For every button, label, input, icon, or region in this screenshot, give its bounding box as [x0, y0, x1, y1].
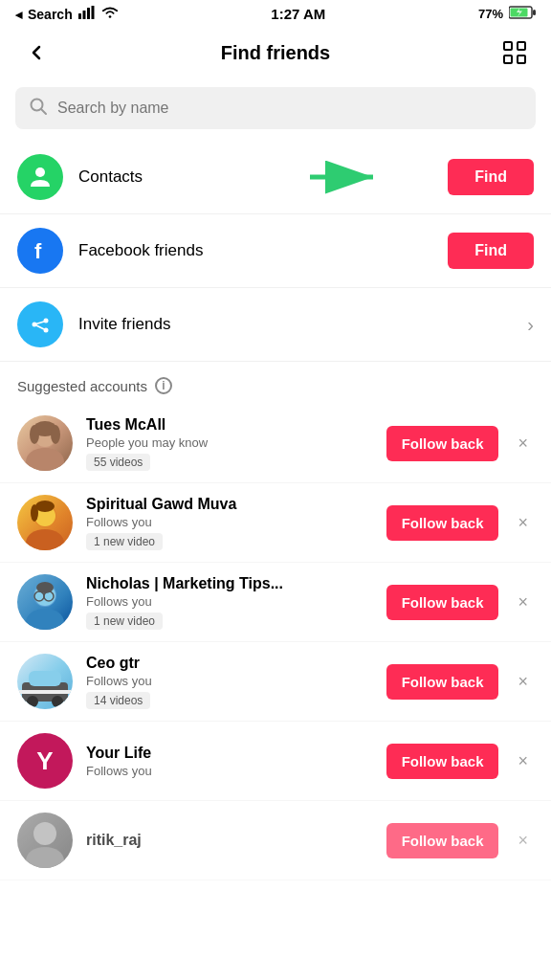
svg-rect-3: [91, 6, 94, 19]
suggested-header: Suggested accounts i: [0, 362, 551, 404]
facebook-row: f Facebook friends Find: [0, 214, 551, 288]
svg-rect-46: [17, 690, 73, 694]
back-button[interactable]: [19, 35, 54, 70]
account-row: Ceo gtr Follows you 14 videos Follow bac…: [0, 642, 551, 722]
carrier-label: Search: [28, 7, 73, 22]
account-name: ritik_raj: [86, 832, 373, 849]
svg-point-31: [26, 529, 64, 550]
suggested-label: Suggested accounts: [17, 378, 147, 394]
contacts-icon: [17, 154, 63, 200]
avatar: [17, 415, 73, 471]
svg-rect-10: [504, 56, 512, 63]
account-sub: Follows you: [86, 594, 373, 609]
battery-percent: 77%: [478, 7, 503, 21]
facebook-icon: f: [17, 228, 63, 274]
svg-rect-8: [504, 42, 512, 50]
svg-point-47: [33, 822, 56, 845]
status-bar: ◂ Search 1:27 AM 77%: [0, 0, 551, 26]
svg-point-28: [30, 425, 39, 444]
contacts-arrow: [263, 160, 432, 194]
dismiss-button[interactable]: ×: [512, 666, 534, 698]
expand-icon[interactable]: [497, 35, 532, 70]
search-bar[interactable]: [15, 87, 536, 129]
svg-point-34: [31, 504, 38, 522]
account-sub: Follows you: [86, 764, 373, 778]
account-sub: Follows you: [86, 674, 373, 688]
invite-icon: [17, 301, 63, 347]
wifi-icon: [101, 6, 119, 22]
account-sub: People you may know: [86, 435, 373, 450]
dismiss-button[interactable]: ×: [512, 587, 534, 618]
account-info: Ceo gtr Follows you 14 videos: [86, 655, 373, 709]
dismiss-button[interactable]: ×: [512, 507, 534, 539]
follow-back-button[interactable]: Follow back: [386, 426, 499, 461]
search-input[interactable]: [57, 100, 522, 117]
facebook-find-button[interactable]: Find: [448, 233, 534, 269]
account-row: Y Your Life Follows you Follow back ×: [0, 722, 551, 801]
svg-rect-0: [78, 13, 81, 19]
account-tag: 1 new video: [86, 612, 163, 630]
avatar-letter: Y: [36, 746, 53, 776]
account-name: Spiritual Gawd Muva: [86, 496, 373, 513]
svg-rect-1: [82, 11, 85, 19]
svg-point-41: [36, 582, 54, 593]
account-name: Tues McAll: [86, 416, 373, 434]
avatar: [17, 495, 73, 550]
invite-label: Invite friends: [78, 315, 512, 334]
dismiss-button[interactable]: ×: [512, 428, 534, 459]
follow-back-button[interactable]: Follow back: [386, 585, 499, 620]
svg-point-45: [52, 696, 63, 707]
follow-back-button[interactable]: Follow back: [386, 505, 499, 541]
account-name: Ceo gtr: [86, 655, 373, 672]
info-icon[interactable]: i: [155, 377, 172, 394]
invite-chevron-icon: ›: [527, 314, 534, 336]
avatar: [17, 654, 73, 709]
account-info: Your Life Follows you: [86, 745, 373, 778]
svg-rect-7: [533, 10, 536, 15]
account-info: Spiritual Gawd Muva Follows you 1 new vi…: [86, 496, 373, 550]
account-tag: 55 videos: [86, 454, 150, 471]
account-info: Nicholas | Marketing Tips... Follows you…: [86, 575, 373, 630]
svg-point-19: [44, 319, 49, 323]
account-info: Tues McAll People you may know 55 videos: [86, 416, 373, 471]
account-tag: 1 new video: [86, 533, 163, 550]
svg-rect-9: [518, 42, 525, 50]
svg-point-25: [26, 448, 64, 471]
page-title: Find friends: [221, 42, 330, 64]
contacts-row: Contacts Find: [0, 141, 551, 214]
svg-point-36: [26, 609, 64, 630]
svg-rect-11: [518, 56, 525, 63]
back-arrow-status: ◂: [15, 7, 22, 22]
svg-point-44: [27, 696, 38, 707]
avatar: [17, 813, 73, 868]
contacts-find-button[interactable]: Find: [448, 159, 534, 195]
svg-rect-43: [29, 671, 61, 686]
account-name: Your Life: [86, 745, 373, 762]
svg-point-29: [51, 425, 60, 444]
follow-back-button[interactable]: Follow back: [386, 664, 499, 700]
invite-row[interactable]: Invite friends ›: [0, 288, 551, 362]
account-row: Spiritual Gawd Muva Follows you 1 new vi…: [0, 483, 551, 563]
account-row: Nicholas | Marketing Tips... Follows you…: [0, 563, 551, 642]
svg-point-4: [108, 15, 111, 18]
avatar: Y: [17, 733, 73, 789]
battery-icon: [509, 6, 536, 22]
follow-back-button[interactable]: Follow back: [386, 744, 499, 779]
top-nav: Find friends: [0, 26, 551, 79]
svg-text:f: f: [34, 239, 42, 263]
account-row: ritik_raj Follow back ×: [0, 801, 551, 880]
svg-point-33: [35, 501, 55, 512]
signal-icon: [78, 6, 96, 22]
facebook-label: Facebook friends: [78, 241, 432, 260]
account-sub: Follows you: [86, 515, 373, 529]
dismiss-button[interactable]: ×: [512, 825, 534, 857]
svg-line-13: [41, 109, 46, 114]
contacts-label: Contacts: [78, 167, 248, 187]
svg-rect-2: [87, 8, 90, 19]
dismiss-button[interactable]: ×: [512, 746, 534, 777]
account-name: Nicholas | Marketing Tips...: [86, 575, 373, 592]
follow-back-button[interactable]: Follow back: [386, 823, 499, 858]
account-info: ritik_raj: [86, 832, 373, 849]
svg-point-48: [26, 847, 64, 868]
time-label: 1:27 AM: [271, 6, 325, 22]
